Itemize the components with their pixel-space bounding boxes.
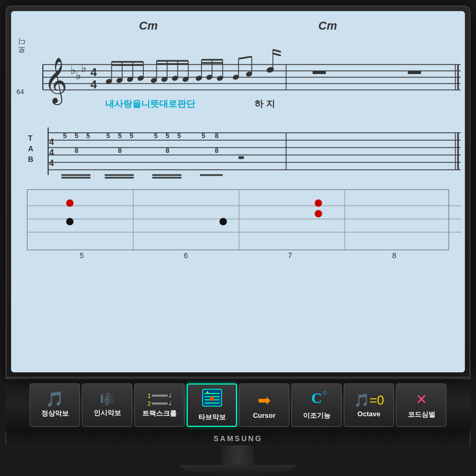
beat-numbers: 5 6 7 8 (27, 250, 449, 261)
svg-text:하 지: 하 지 (254, 99, 275, 109)
staff-container: 𝄞 ♭ ♭ ♭ 4 4 (27, 38, 449, 125)
svg-text:4: 4 (49, 138, 54, 147)
beat-5: 5 (80, 251, 84, 260)
normal-score-icon: 🎵 (45, 392, 64, 407)
svg-text:♭: ♭ (76, 69, 81, 82)
svg-point-48 (266, 66, 275, 74)
svg-point-105 (315, 210, 322, 217)
svg-point-101 (66, 199, 74, 207)
svg-text:5: 5 (86, 132, 90, 140)
toolbar: 🎵 정상악보 🎼 인시악보 1 ♩ 2 ♩ 트랙스크롤 (5, 378, 471, 431)
svg-text:5: 5 (202, 132, 205, 140)
chord-labels: Cm Cm (16, 16, 460, 35)
svg-text:5: 5 (75, 132, 78, 140)
btn-track-scroll[interactable]: 1 ♩ 2 ♩ 트랙스크롤 (134, 383, 185, 427)
svg-text:▲: ▲ (206, 390, 209, 393)
normal-score-label: 정상악보 (41, 409, 69, 418)
svg-text:5: 5 (106, 132, 110, 140)
key-func-icon: C 소 (307, 390, 326, 409)
svg-rect-52 (313, 71, 326, 74)
beat-7: 7 (288, 251, 292, 260)
monitor-frame: Cm Cm 로디 64 (5, 5, 471, 378)
track-scroll-label: 트랙스크롤 (142, 409, 177, 418)
treble-staff-svg: 𝄞 ♭ ♭ ♭ 4 4 (27, 38, 461, 123)
monitor-brand-strip: SAMSUNG (5, 431, 471, 445)
svg-text:8: 8 (215, 147, 218, 154)
svg-text:8: 8 (215, 132, 218, 140)
beat-8: 8 (392, 251, 397, 260)
track-scroll-icon: 1 ♩ 2 ♩ (148, 392, 171, 407)
btn-octave[interactable]: 🎵=0 Octave (344, 383, 394, 427)
btn-chord-symbol[interactable]: ✕ 코드심벌 (396, 383, 446, 427)
svg-text:4: 4 (49, 159, 54, 168)
print-score-label: 인시악보 (94, 408, 121, 418)
mini-grid-svg (28, 190, 461, 251)
svg-text:5: 5 (130, 132, 133, 140)
chord-symbol-label: 코드심벌 (408, 410, 435, 419)
tab-score-icon: ▲ (202, 388, 223, 410)
btn-print-score[interactable]: 🎼 인시악보 (82, 383, 132, 427)
svg-text:8: 8 (75, 147, 78, 154)
svg-text:5: 5 (118, 132, 122, 140)
svg-text:5: 5 (63, 132, 67, 140)
svg-point-104 (315, 199, 322, 207)
tab-staff: T A B 4 4 4 (27, 125, 449, 185)
key-func-label: 이조기능 (303, 411, 331, 420)
svg-line-47 (239, 57, 252, 59)
cursor-icon: ➡ (258, 391, 271, 409)
notation-label: 로디 (17, 43, 25, 58)
svg-text:8: 8 (166, 147, 169, 154)
notation-area: Cm Cm 로디 64 (11, 11, 465, 372)
print-score-icon: 🎼 (100, 392, 114, 406)
cursor-label: Cursor (253, 411, 276, 419)
chord-first: Cm (139, 19, 158, 33)
samsung-logo: SAMSUNG (214, 434, 263, 443)
btn-tab-score[interactable]: ▲ 타브악보 (187, 383, 237, 427)
chord-second: Cm (318, 19, 337, 33)
svg-text:A: A (28, 144, 33, 153)
svg-line-51 (273, 53, 281, 56)
screen-bezel: Cm Cm 로디 64 (11, 11, 465, 372)
svg-line-50 (273, 50, 281, 52)
measure-num: 64 (16, 88, 24, 96)
tab-score-label: 타브악보 (198, 413, 226, 422)
svg-text:5: 5 (154, 132, 158, 140)
btn-cursor[interactable]: ➡ Cursor (239, 383, 289, 427)
octave-label: Octave (358, 410, 380, 418)
beat-6: 6 (184, 251, 188, 260)
svg-text:4: 4 (90, 66, 97, 79)
svg-text:내사랑을니뜻대로판단: 내사랑을니뜻대로판단 (105, 99, 196, 109)
svg-text:4: 4 (90, 78, 97, 91)
octave-icon: 🎵=0 (354, 393, 384, 408)
monitor-stand-neck (222, 445, 254, 465)
svg-text:♭: ♭ (70, 63, 76, 77)
svg-text:5: 5 (177, 132, 181, 140)
mini-grid (27, 189, 449, 250)
monitor-stand-base (180, 465, 296, 476)
svg-point-103 (219, 218, 227, 225)
svg-text:5: 5 (166, 132, 169, 140)
chord-symbol-icon: ✕ (416, 391, 427, 408)
screen: Cm Cm 로디 64 (11, 11, 465, 372)
svg-point-112 (210, 397, 214, 401)
svg-text:4: 4 (49, 148, 54, 157)
btn-key-func[interactable]: C 소 이조기능 (291, 383, 342, 427)
svg-point-102 (66, 218, 74, 225)
svg-text:𝄞: 𝄞 (44, 58, 67, 105)
svg-text:T: T (28, 134, 33, 142)
svg-rect-53 (408, 71, 421, 74)
svg-text:B: B (28, 155, 33, 163)
svg-text:8: 8 (118, 147, 122, 154)
svg-text:♭: ♭ (81, 61, 86, 75)
tab-staff-svg: T A B 4 4 4 (27, 125, 461, 183)
btn-normal-score[interactable]: 🎵 정상악보 (30, 383, 80, 427)
